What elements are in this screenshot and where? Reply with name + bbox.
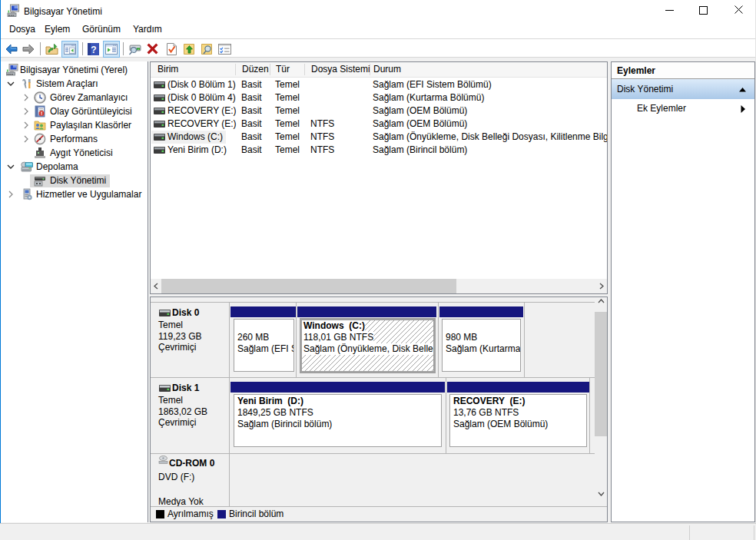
svg-text:+: +: [138, 48, 139, 51]
svg-text:?: ?: [91, 45, 96, 55]
